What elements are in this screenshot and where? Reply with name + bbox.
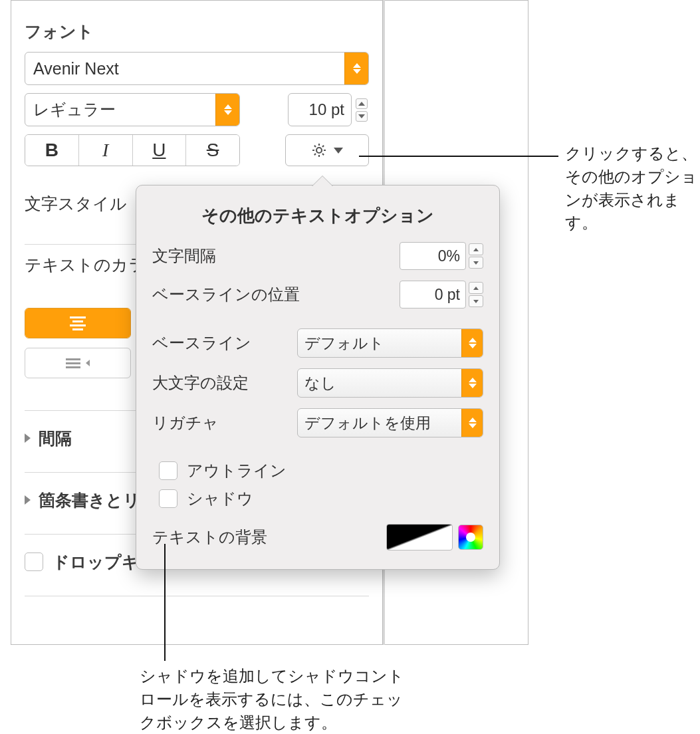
- font-style-segment: B I U S: [25, 134, 240, 166]
- outline-label: アウトライン: [187, 460, 287, 481]
- chevron-updown-icon: [461, 369, 483, 397]
- dropcap-checkbox[interactable]: [25, 552, 43, 571]
- text-bg-color-well[interactable]: [386, 524, 453, 550]
- font-family-select[interactable]: Avenir Next: [25, 52, 369, 85]
- alignment-segment[interactable]: [25, 308, 131, 338]
- shadow-label: シャドウ: [187, 488, 253, 509]
- color-picker-button[interactable]: [458, 525, 483, 550]
- baseline-shift-value: 0 pt: [435, 286, 460, 304]
- baseline-shift-step-down[interactable]: [469, 295, 483, 307]
- text-bg-label: テキストの背景: [152, 527, 386, 548]
- gear-icon: [311, 142, 327, 158]
- font-size-step-down[interactable]: [356, 111, 368, 122]
- caps-label: 大文字の設定: [152, 372, 297, 394]
- italic-button[interactable]: I: [79, 135, 133, 166]
- shadow-checkbox[interactable]: [159, 489, 177, 508]
- ligature-select[interactable]: デフォルトを使用: [297, 408, 483, 437]
- char-spacing-step-up[interactable]: [469, 243, 483, 255]
- font-size-value: 10 pt: [309, 100, 344, 119]
- ligature-value: デフォルトを使用: [298, 413, 461, 433]
- dropcap-label: ドロップキ: [53, 551, 139, 573]
- popover-title: その他のテキストオプション: [152, 204, 483, 227]
- bullets-label: 箇条書きとリ: [39, 489, 140, 511]
- font-family-value: Avenir Next: [33, 59, 344, 78]
- indent-outdent-button[interactable]: [25, 348, 131, 378]
- chevron-right-icon: [25, 495, 31, 505]
- chevron-updown-icon: [215, 94, 239, 126]
- svg-point-0: [316, 148, 322, 153]
- char-spacing-input[interactable]: 0%: [400, 242, 466, 270]
- font-style-select[interactable]: レギュラー: [25, 93, 240, 126]
- baseline-select[interactable]: デフォルト: [297, 328, 483, 358]
- char-spacing-step-down[interactable]: [469, 257, 483, 269]
- baseline-value: デフォルト: [298, 333, 461, 354]
- ligature-label: リガチャ: [152, 412, 297, 433]
- font-size-input[interactable]: 10 pt: [288, 93, 352, 126]
- callout-line: [164, 544, 166, 661]
- align-center-button[interactable]: [25, 308, 130, 338]
- strikethrough-button[interactable]: S: [186, 135, 239, 166]
- caps-value: なし: [298, 373, 461, 394]
- font-style-value: レギュラー: [33, 99, 215, 120]
- font-section-title: フォント: [25, 21, 369, 43]
- bold-button[interactable]: B: [25, 135, 79, 166]
- indent-icon: [86, 360, 90, 366]
- callout-shadow: シャドウを追加してシャドウコントロールを表示するには、このチェックボックスを選択…: [140, 665, 406, 734]
- chevron-down-icon: [334, 148, 343, 154]
- outline-checkbox[interactable]: [159, 461, 177, 480]
- spacing-label: 間隔: [39, 428, 72, 449]
- callout-gear: クリックすると、その他のオプションが表示されます。: [565, 142, 698, 235]
- baseline-shift-input[interactable]: 0 pt: [400, 281, 466, 308]
- font-size-step-up[interactable]: [356, 98, 368, 109]
- caps-select[interactable]: なし: [297, 368, 483, 398]
- baseline-shift-step-up[interactable]: [469, 282, 483, 294]
- underline-button[interactable]: U: [133, 135, 187, 166]
- chevron-right-icon: [25, 433, 31, 443]
- callout-line: [359, 156, 558, 157]
- more-text-options-popover: その他のテキストオプション 文字間隔 0% ベースラインの位置 0 pt ベース…: [136, 185, 500, 570]
- baseline-label: ベースライン: [152, 332, 297, 354]
- baseline-shift-label: ベースラインの位置: [152, 284, 400, 305]
- chevron-updown-icon: [461, 329, 483, 357]
- char-spacing-label: 文字間隔: [152, 245, 400, 267]
- chevron-updown-icon: [344, 53, 368, 84]
- chevron-updown-icon: [461, 409, 483, 437]
- char-spacing-value: 0%: [438, 247, 460, 265]
- more-options-button[interactable]: [285, 134, 369, 166]
